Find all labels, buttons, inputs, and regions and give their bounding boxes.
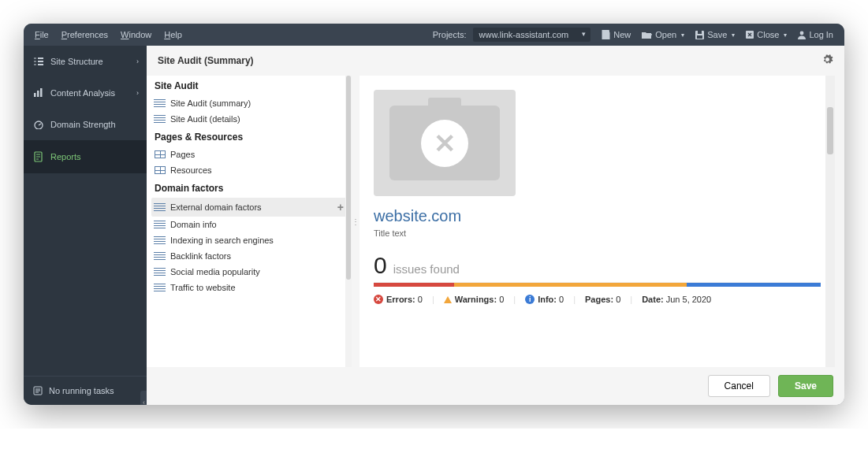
error-icon: ✕: [374, 295, 383, 304]
tree-item-external-domain-factors[interactable]: External domain factors+: [151, 198, 347, 217]
add-icon[interactable]: +: [337, 201, 344, 213]
tasks-status[interactable]: No running tasks ‹: [24, 376, 147, 405]
issues-label: issues found: [393, 262, 460, 276]
svg-rect-6: [38, 58, 43, 59]
grid-icon: [155, 150, 166, 158]
tree-item-site-audit-summary[interactable]: Site Audit (summary): [151, 95, 347, 111]
stat-pages: Pages: 0: [585, 295, 620, 304]
svg-rect-8: [38, 64, 43, 65]
menu-window[interactable]: Window: [121, 30, 151, 39]
open-button[interactable]: Open ▾: [642, 30, 684, 39]
svg-rect-11: [40, 88, 43, 97]
sidebar-item-content-analysis[interactable]: Content Analysis ›: [24, 77, 147, 109]
no-image-icon: ✕: [421, 120, 468, 167]
save-button[interactable]: Save ▾: [695, 30, 735, 39]
tasks-icon: [33, 386, 43, 395]
tree-item-traffic[interactable]: Traffic to website: [151, 280, 347, 295]
tree-label: Domain info: [170, 220, 217, 229]
tree-item-indexing[interactable]: Indexing in search engines: [151, 232, 347, 248]
tree-label: Resources: [170, 165, 212, 175]
svg-rect-10: [37, 91, 39, 97]
gauge-icon: [33, 120, 44, 129]
summary-scrollbar[interactable]: [825, 76, 835, 367]
document-icon: [33, 151, 44, 162]
save-icon: [695, 31, 704, 39]
sidebar-label: Content Analysis: [50, 88, 115, 98]
menu-help[interactable]: Help: [164, 30, 182, 39]
stat-errors: ✕Errors: 0: [374, 295, 423, 304]
sidebar-item-reports[interactable]: Reports: [24, 140, 147, 173]
svg-rect-2: [698, 31, 702, 34]
login-button[interactable]: Log In: [798, 30, 833, 39]
login-label: Log In: [809, 30, 833, 39]
stat-warnings: Warnings: 0: [444, 295, 505, 304]
tree-label: Pages: [170, 150, 195, 159]
list-icon: [155, 221, 166, 228]
chevron-right-icon: ›: [136, 89, 139, 97]
menu-preferences[interactable]: Preferences: [61, 30, 108, 39]
svg-rect-9: [34, 93, 36, 97]
tree-section-pages-resources: Pages & Resources: [151, 127, 347, 147]
save-report-button[interactable]: Save: [778, 375, 833, 397]
tree-item-site-audit-details[interactable]: Site Audit (details): [151, 111, 347, 127]
list-icon: [155, 115, 166, 123]
tree-label: Social media popularity: [170, 267, 260, 276]
new-button[interactable]: New: [602, 30, 631, 39]
open-label: Open: [655, 30, 676, 39]
list-icon: [155, 252, 166, 260]
issues-count: 0: [374, 252, 387, 279]
stats-row: ✕Errors: 0 | Warnings: 0 | iInfo: 0 | Pa…: [374, 295, 821, 304]
sidebar-item-site-structure[interactable]: Site Structure ›: [24, 46, 147, 77]
summary-panel: ✕ website.com Title text 0 issues found: [359, 76, 835, 367]
dialog-footer: Cancel Save: [147, 367, 844, 405]
tree-scrollbar[interactable]: [345, 76, 352, 367]
tree-section-site-audit: Site Audit: [151, 76, 347, 95]
new-label: New: [613, 30, 631, 39]
save-label: Save: [707, 30, 727, 39]
tree-label: Indexing in search engines: [170, 236, 274, 245]
gear-icon: [821, 54, 833, 65]
chevron-right-icon: ›: [136, 58, 139, 65]
sidebar-item-domain-strength[interactable]: Domain Strength: [24, 109, 147, 140]
svg-rect-7: [38, 61, 43, 62]
severity-bar: [374, 283, 821, 287]
tree-label: Backlink factors: [170, 251, 231, 261]
sidebar-label: Domain Strength: [50, 120, 116, 129]
svg-rect-0: [602, 30, 609, 39]
structure-icon: [33, 57, 44, 66]
cancel-button[interactable]: Cancel: [708, 375, 770, 397]
tree-label: Site Audit (details): [170, 114, 240, 124]
site-thumbnail-placeholder: ✕: [374, 90, 516, 196]
menubar: File Preferences Window Help Projects: w…: [24, 24, 844, 46]
file-icon: [602, 30, 610, 39]
list-icon: [155, 236, 166, 244]
sidebar-label: Site Structure: [50, 57, 103, 66]
list-icon: [155, 203, 166, 211]
projects-label: Projects:: [433, 30, 467, 39]
project-select[interactable]: www.link-assistant.com: [473, 28, 591, 42]
template-tree: Site Audit Site Audit (summary) Site Aud…: [147, 76, 352, 367]
chevron-down-icon: ▾: [784, 32, 787, 39]
splitter-handle[interactable]: [352, 76, 359, 367]
page-title: Site Audit (Summary): [158, 55, 254, 66]
list-icon: [155, 99, 166, 107]
site-url: website.com: [374, 207, 821, 225]
tree-item-domain-info[interactable]: Domain info: [151, 217, 347, 232]
app-window: File Preferences Window Help Projects: w…: [24, 24, 844, 405]
close-button[interactable]: Close ▾: [746, 30, 787, 39]
tree-label: Site Audit (summary): [170, 98, 251, 108]
tree-section-domain-factors: Domain factors: [151, 178, 347, 198]
tree-item-backlink-factors[interactable]: Backlink factors: [151, 248, 347, 264]
user-icon: [798, 31, 806, 39]
issues-summary: 0 issues found: [374, 252, 821, 283]
list-icon: [155, 268, 166, 276]
tree-item-social-media[interactable]: Social media popularity: [151, 264, 347, 280]
svg-point-5: [800, 31, 804, 35]
settings-button[interactable]: [821, 54, 833, 68]
tree-item-resources[interactable]: Resources: [151, 162, 347, 178]
menu-file[interactable]: File: [35, 30, 49, 39]
folder-open-icon: [642, 31, 652, 39]
tree-item-pages[interactable]: Pages: [151, 147, 347, 162]
svg-rect-3: [697, 35, 702, 39]
close-icon: [746, 31, 754, 39]
